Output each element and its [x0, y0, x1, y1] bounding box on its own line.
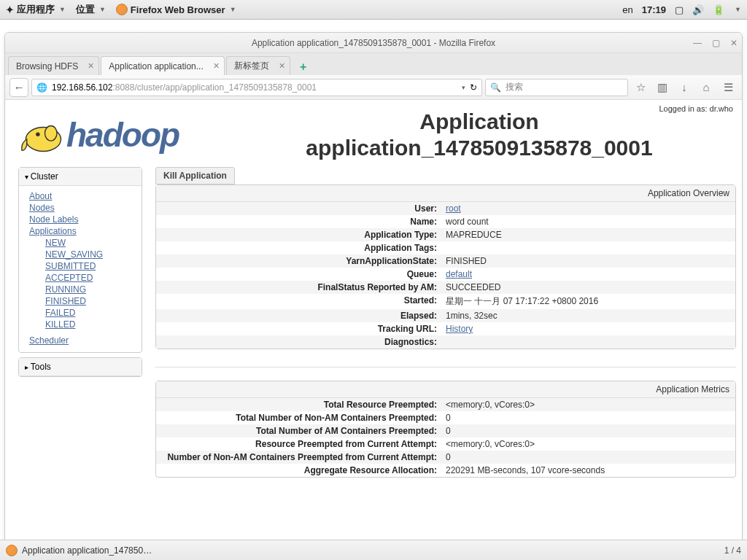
- nav-applications[interactable]: Applications: [29, 225, 134, 237]
- page-content: Logged in as: dr.who hadoop Application …: [5, 100, 742, 549]
- window-maximize-button[interactable]: ▢: [712, 38, 720, 48]
- queue-link[interactable]: default: [446, 269, 472, 279]
- separator: [155, 367, 736, 368]
- nav-state-submitted[interactable]: SUBMITTED: [45, 260, 134, 272]
- gnome-top-bar: ✦ 应用程序▼ 位置▼ Firefox Web Browser▼ en 17:1…: [0, 0, 747, 20]
- nav-state-new[interactable]: NEW: [45, 237, 134, 249]
- overview-heading: Application Overview: [156, 185, 735, 202]
- tab-strip: Browsing HDFS ✕ Application application.…: [5, 53, 742, 75]
- tab-close-icon[interactable]: ✕: [279, 61, 285, 71]
- search-icon: 🔍: [490, 82, 501, 93]
- input-lang[interactable]: en: [622, 4, 632, 15]
- nav-toolbar: ← 🌐 192.168.56.102:8088/cluster/app/appl…: [5, 75, 742, 100]
- gnome-firefox-menu[interactable]: Firefox Web Browser▼: [116, 4, 236, 15]
- clock[interactable]: 17:19: [642, 4, 666, 15]
- nav-scheduler[interactable]: Scheduler: [29, 335, 134, 346]
- foot-icon: ✦: [6, 4, 14, 15]
- screen-icon[interactable]: ▢: [675, 4, 684, 15]
- sidebar-tools-header[interactable]: Tools: [19, 358, 142, 376]
- nav-state-running[interactable]: RUNNING: [45, 284, 134, 295]
- battery-icon[interactable]: 🔋: [713, 4, 724, 15]
- downloads-button[interactable]: ↓: [675, 78, 694, 97]
- nav-state-failed[interactable]: FAILED: [45, 307, 134, 319]
- page-title: Application application_1478509135878_00…: [227, 109, 732, 161]
- logged-in-text: Logged in as: dr.who: [659, 104, 733, 113]
- volume-icon[interactable]: 🔊: [692, 4, 704, 15]
- nav-state-finished[interactable]: FINISHED: [45, 295, 134, 307]
- bookmark-button[interactable]: ☆: [631, 78, 650, 97]
- metrics-heading: Application Metrics: [156, 381, 735, 398]
- new-tab-button[interactable]: +: [295, 59, 312, 75]
- taskbar-window-button[interactable]: Application application_147850…: [6, 545, 152, 556]
- hadoop-logo[interactable]: hadoop: [15, 115, 227, 155]
- globe-icon: 🌐: [36, 82, 47, 93]
- sidebar: Cluster About Nodes Node Labels Applicat…: [18, 167, 142, 495]
- nav-state-accepted[interactable]: ACCEPTED: [45, 272, 134, 284]
- search-input[interactable]: 🔍 搜索: [485, 79, 628, 96]
- kill-application-button[interactable]: Kill Application: [155, 167, 235, 184]
- tab-new[interactable]: 新标签页 ✕: [226, 56, 290, 75]
- tracking-history-link[interactable]: History: [446, 324, 473, 334]
- tab-browsing-hdfs[interactable]: Browsing HDFS ✕: [8, 56, 99, 75]
- svg-point-2: [45, 125, 58, 141]
- nav-node-labels[interactable]: Node Labels: [29, 214, 134, 225]
- firefox-icon: [116, 4, 128, 15]
- reload-button[interactable]: ↻: [470, 82, 477, 93]
- application-overview-block: Application Overview User:root Name:word…: [155, 184, 736, 349]
- window-close-button[interactable]: ✕: [730, 38, 738, 48]
- window-titlebar[interactable]: Application application_1478509135878_00…: [5, 33, 742, 53]
- window-title: Application application_1478509135878_00…: [252, 38, 495, 48]
- workspace-indicator[interactable]: 1 / 4: [724, 545, 741, 556]
- url-dropdown-icon[interactable]: ▾: [462, 84, 465, 91]
- url-input[interactable]: 🌐 192.168.56.102:8088/cluster/app/applic…: [31, 79, 482, 96]
- firefox-window: Application application_1478509135878_00…: [4, 32, 743, 550]
- back-button[interactable]: ←: [9, 78, 28, 97]
- elephant-icon: [15, 115, 66, 155]
- tab-close-icon[interactable]: ✕: [213, 61, 220, 71]
- gnome-taskbar: Application application_147850… 1 / 4: [0, 540, 747, 560]
- gnome-places-menu[interactable]: 位置▼: [76, 3, 106, 16]
- reading-list-button[interactable]: ▥: [653, 78, 672, 97]
- nav-about[interactable]: About: [29, 190, 134, 202]
- home-button[interactable]: ⌂: [697, 78, 716, 97]
- window-minimize-button[interactable]: —: [693, 38, 702, 48]
- gnome-apps-menu[interactable]: ✦ 应用程序▼: [6, 3, 66, 16]
- gnome-tray: en 17:19 ▢ 🔊 🔋 ▼: [622, 4, 741, 15]
- nav-state-killed[interactable]: KILLED: [45, 319, 134, 330]
- hamburger-menu-button[interactable]: ☰: [719, 78, 738, 97]
- tab-application[interactable]: Application application... ✕: [101, 56, 224, 75]
- firefox-icon: [6, 545, 18, 556]
- power-menu-icon[interactable]: ▼: [735, 6, 741, 13]
- svg-point-1: [36, 132, 40, 136]
- nav-state-new-saving[interactable]: NEW_SAVING: [45, 249, 134, 260]
- user-link[interactable]: root: [446, 203, 461, 214]
- application-metrics-block: Application Metrics Total Resource Preem…: [155, 381, 736, 478]
- tab-close-icon[interactable]: ✕: [88, 61, 94, 71]
- sidebar-cluster-header[interactable]: Cluster: [19, 168, 142, 186]
- nav-nodes[interactable]: Nodes: [29, 202, 134, 214]
